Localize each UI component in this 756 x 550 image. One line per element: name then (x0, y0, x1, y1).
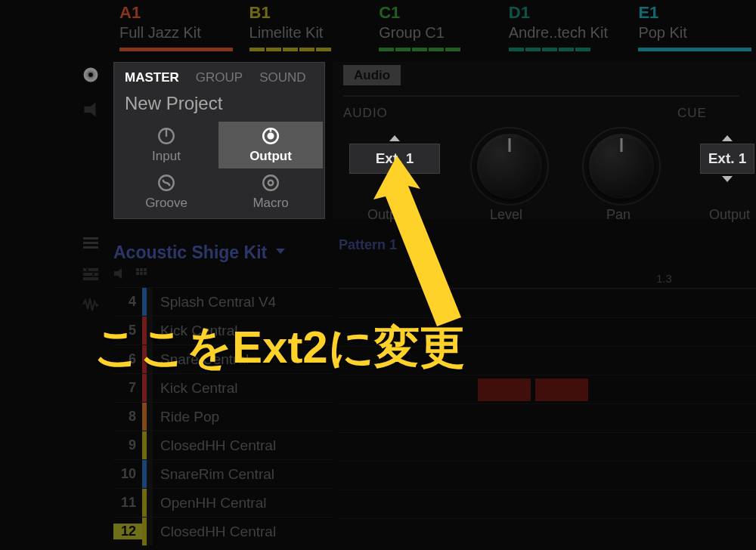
grid-row[interactable] (339, 403, 756, 432)
group-code: B1 (249, 3, 367, 23)
svg-rect-16 (136, 268, 139, 271)
sound-name: Splash Central V4 (153, 294, 276, 311)
svg-point-4 (268, 134, 274, 139)
group-name: Group C1 (379, 23, 497, 42)
svg-rect-14 (86, 267, 88, 272)
wave-view-icon[interactable] (82, 296, 100, 316)
input-label: Input (152, 149, 181, 164)
input-button[interactable]: Input (114, 122, 218, 168)
callout-arrow (355, 151, 484, 340)
svg-point-7 (268, 181, 274, 186)
channel-icon[interactable] (81, 100, 101, 119)
group-code: E1 (638, 3, 756, 23)
pan-knob[interactable] (589, 134, 654, 199)
note-clip[interactable] (535, 379, 588, 401)
svg-rect-15 (92, 272, 94, 277)
properties-panel: MASTER GROUP SOUND New Project Input Out… (113, 62, 325, 219)
group-c1[interactable]: C1 Group C1 (379, 0, 497, 53)
sound-number: 8 (113, 409, 142, 425)
list-item[interactable]: 10SnareRim Central (113, 459, 333, 488)
tick-label: 1.3 (656, 272, 672, 285)
sound-name: SnareRim Central (153, 466, 274, 483)
sound-name: Kick Central (153, 380, 237, 397)
sound-number: 12 (113, 524, 142, 539)
svg-rect-20 (140, 272, 143, 275)
list-item[interactable]: 8Ride Pop (113, 402, 333, 431)
list-view-icon[interactable] (82, 236, 100, 255)
project-name: New Project (114, 90, 324, 122)
svg-rect-13 (83, 277, 98, 280)
group-b1[interactable]: B1 Limelite Kit (249, 0, 367, 53)
section-cue: CUE (677, 106, 707, 121)
sound-name: OpenHH Central (153, 495, 266, 511)
group-name: Full Jazz Kit (119, 23, 237, 42)
cue-output-value: Ext. 1 (708, 150, 747, 167)
sound-name: ClosedHH Central (153, 437, 276, 454)
group-name: Andre..tech Kit (509, 23, 627, 42)
tab-sound[interactable]: SOUND (259, 70, 305, 85)
arrow-up-icon[interactable] (389, 135, 400, 141)
sound-number: 10 (113, 466, 142, 482)
note-clip[interactable] (478, 379, 531, 401)
grid-row[interactable] (339, 490, 756, 518)
grid-row[interactable] (339, 518, 756, 547)
param-level-label: Level (490, 207, 522, 223)
sound-name: ClosedHH Central (153, 524, 276, 540)
group-d1[interactable]: D1 Andre..tech Kit (509, 0, 627, 53)
group-e1[interactable]: E1 Pop Kit (638, 0, 756, 53)
param-pan-label: Pan (606, 207, 631, 223)
speaker-icon[interactable] (113, 267, 127, 283)
sound-number: 9 (113, 437, 142, 453)
output-label: Output (249, 149, 292, 164)
grid-row[interactable] (339, 461, 756, 490)
svg-rect-9 (83, 242, 98, 244)
grid-row[interactable] (339, 375, 756, 403)
groove-button[interactable]: Groove (114, 168, 218, 215)
svg-rect-21 (144, 272, 147, 275)
sound-number: 11 (113, 495, 142, 511)
param-output2-label: Output (709, 207, 750, 223)
list-item[interactable]: 4Splash Central V4 (113, 287, 333, 316)
mixer-view-icon[interactable] (82, 266, 100, 286)
group-code: D1 (509, 3, 627, 23)
svg-rect-17 (140, 268, 143, 271)
svg-rect-10 (83, 246, 98, 249)
group-code: A1 (119, 3, 237, 23)
output-button[interactable]: Output (218, 122, 323, 168)
svg-rect-18 (144, 268, 147, 271)
svg-rect-12 (83, 273, 98, 276)
svg-point-1 (88, 72, 94, 79)
group-code: C1 (379, 3, 497, 23)
list-item[interactable]: 9ClosedHH Central (113, 431, 333, 459)
macro-label: Macro (253, 196, 288, 211)
group-name: Pop Kit (638, 23, 756, 42)
svg-rect-8 (83, 237, 98, 239)
group-name: Limelite Kit (249, 23, 367, 42)
tab-master[interactable]: MASTER (125, 70, 179, 85)
tab-audio[interactable]: Audio (343, 65, 401, 85)
callout-text: ここをExt2に変更 (94, 317, 465, 379)
tab-group[interactable]: GROUP (196, 70, 243, 85)
arrow-up-icon[interactable] (722, 135, 733, 141)
group-a1[interactable]: A1 Full Jazz Kit (119, 0, 237, 53)
sound-name: Ride Pop (153, 409, 219, 425)
cue-output-selector[interactable]: Ext. 1 (700, 144, 754, 174)
arrow-down-icon[interactable] (722, 176, 733, 182)
macro-button[interactable]: Macro (218, 168, 323, 215)
grid-row[interactable] (339, 432, 756, 461)
list-item[interactable]: 11OpenHH Central (113, 488, 333, 517)
kit-dropdown-icon[interactable] (274, 246, 287, 259)
sound-number: 4 (113, 294, 142, 310)
svg-marker-22 (373, 156, 461, 326)
svg-point-6 (263, 175, 278, 190)
groove-label: Groove (145, 196, 187, 211)
level-knob[interactable] (477, 134, 542, 199)
kit-name[interactable]: Acoustic Shige Kit (113, 243, 267, 263)
grid-icon[interactable] (136, 268, 150, 282)
list-item[interactable]: 12ClosedHH Central (113, 517, 333, 545)
svg-rect-19 (136, 272, 139, 275)
section-audio: AUDIO (343, 106, 388, 121)
plugin-icon[interactable] (81, 65, 101, 85)
svg-rect-11 (83, 268, 98, 271)
sound-number: 7 (113, 380, 142, 396)
